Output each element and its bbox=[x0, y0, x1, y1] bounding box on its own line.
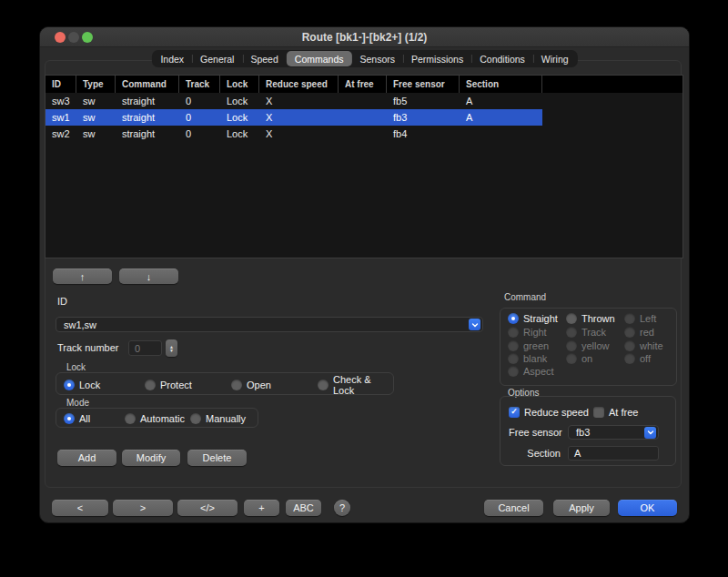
radio-automatic[interactable]: Automatic bbox=[125, 412, 185, 424]
radio-green: green bbox=[508, 339, 549, 351]
tab-sensors[interactable]: Sensors bbox=[352, 51, 404, 66]
minimize-window-button[interactable] bbox=[68, 32, 79, 43]
tab-permissions[interactable]: Permissions bbox=[403, 51, 471, 66]
table-cell: sw3 bbox=[46, 93, 76, 109]
radio-right: Right bbox=[508, 326, 547, 338]
stepper-down-icon: ▼ bbox=[169, 349, 174, 352]
table-cell: X bbox=[259, 93, 339, 109]
column-header-track[interactable]: Track bbox=[179, 76, 220, 93]
radio-manually[interactable]: Manually bbox=[190, 412, 246, 424]
chevron-down-icon[interactable] bbox=[469, 319, 480, 330]
table-cell: sw bbox=[76, 109, 116, 126]
table-cell: sw bbox=[76, 93, 116, 109]
radio-straight[interactable]: Straight bbox=[508, 312, 558, 324]
free-sensor-value: fb3 bbox=[569, 427, 644, 438]
radio-all[interactable]: All bbox=[64, 412, 90, 424]
track-number-stepper[interactable]: ▲▼ bbox=[166, 339, 177, 357]
radio-icon bbox=[231, 380, 242, 390]
radio-icon bbox=[318, 380, 329, 390]
table-row[interactable]: sw2 sw straight 0 Lock X fb4 bbox=[46, 126, 542, 142]
mode-group: All Automatic Manually bbox=[56, 408, 258, 428]
radio-thrown[interactable]: Thrown bbox=[566, 312, 615, 324]
prev-button[interactable]: < bbox=[52, 500, 108, 516]
tab-wiring[interactable]: Wiring bbox=[533, 51, 577, 66]
radio-lock[interactable]: Lock bbox=[64, 379, 100, 390]
reduce-speed-checkbox[interactable]: ✓Reduce speed bbox=[509, 406, 589, 418]
radio-yellow: yellow bbox=[566, 339, 610, 351]
delete-button[interactable]: Delete bbox=[187, 450, 247, 466]
radio-icon bbox=[566, 313, 577, 324]
modify-button[interactable]: Modify bbox=[122, 450, 180, 466]
table-cell: 0 bbox=[179, 93, 220, 109]
commands-table: ID Type Command Track Lock Reduce speed … bbox=[45, 75, 683, 258]
table-cell: sw2 bbox=[46, 126, 76, 142]
tab-commands[interactable]: Commands bbox=[287, 51, 352, 66]
free-sensor-combobox[interactable]: fb3 bbox=[568, 425, 659, 440]
id-combobox-value: sw1,sw bbox=[56, 319, 469, 330]
ok-button[interactable]: OK bbox=[618, 500, 677, 516]
abc-button[interactable]: ABC bbox=[286, 500, 321, 516]
chevron-down-icon[interactable] bbox=[644, 427, 656, 439]
column-header-free-sensor[interactable]: Free sensor bbox=[387, 76, 460, 93]
move-up-button[interactable]: ↑ bbox=[53, 268, 112, 284]
id-combobox[interactable]: sw1,sw bbox=[56, 317, 483, 332]
radio-icon bbox=[508, 366, 519, 377]
zoom-window-button[interactable] bbox=[82, 32, 93, 43]
table-cell: straight bbox=[116, 93, 179, 109]
column-header-reduce-speed[interactable]: Reduce speed bbox=[259, 76, 339, 93]
command-group-legend: Command bbox=[504, 292, 546, 302]
add-button[interactable]: Add bbox=[57, 450, 116, 466]
cancel-button[interactable]: Cancel bbox=[484, 500, 543, 516]
table-cell: A bbox=[460, 109, 542, 126]
table-cell: 0 bbox=[179, 126, 220, 142]
xml-code-button[interactable]: </> bbox=[177, 500, 238, 516]
section-field[interactable]: A bbox=[568, 446, 659, 461]
radio-icon bbox=[508, 313, 519, 324]
next-button[interactable]: > bbox=[113, 500, 173, 516]
checkbox-checked-icon: ✓ bbox=[509, 407, 520, 418]
move-down-button[interactable]: ↓ bbox=[119, 268, 178, 284]
at-free-checkbox[interactable]: At free bbox=[593, 406, 638, 418]
column-header-at-free[interactable]: At free bbox=[339, 76, 387, 93]
table-row[interactable]: sw3 sw straight 0 Lock X fb5 A bbox=[46, 93, 542, 109]
free-sensor-label: Free sensor bbox=[509, 427, 562, 438]
radio-off: off bbox=[624, 352, 651, 364]
tab-conditions[interactable]: Conditions bbox=[471, 51, 533, 66]
radio-icon bbox=[508, 340, 519, 351]
table-cell: X bbox=[259, 109, 339, 126]
tab-general[interactable]: General bbox=[192, 51, 242, 66]
radio-on: on bbox=[566, 352, 592, 364]
column-header-type[interactable]: Type bbox=[76, 76, 116, 93]
table-cell: straight bbox=[116, 126, 179, 142]
track-number-field[interactable]: 0 bbox=[128, 340, 162, 356]
tab-bar: Index General Speed Commands Sensors Per… bbox=[151, 50, 577, 67]
radio-icon bbox=[566, 327, 577, 338]
arrow-down-icon: ↓ bbox=[147, 271, 152, 282]
help-button[interactable]: ? bbox=[334, 500, 350, 516]
radio-check-and-lock[interactable]: Check & Lock bbox=[318, 379, 393, 390]
radio-blank: blank bbox=[508, 352, 547, 364]
radio-open[interactable]: Open bbox=[231, 379, 271, 390]
tab-index[interactable]: Index bbox=[152, 51, 192, 66]
checkbox-unchecked-icon bbox=[593, 407, 604, 418]
column-header-section[interactable]: Section bbox=[460, 76, 542, 93]
table-cell: sw1 bbox=[46, 109, 76, 126]
lock-group: Lock Protect Open Check & Lock bbox=[56, 372, 394, 395]
options-group: ✓Reduce speed At free Free sensor fb3 Se… bbox=[500, 396, 676, 466]
column-header-id[interactable]: ID bbox=[46, 76, 76, 93]
mode-group-legend: Mode bbox=[66, 398, 89, 408]
close-window-button[interactable] bbox=[55, 32, 66, 43]
apply-button[interactable]: Apply bbox=[553, 500, 610, 516]
radio-icon bbox=[624, 327, 635, 338]
column-header-command[interactable]: Command bbox=[116, 76, 179, 93]
table-row-selected[interactable]: sw1 sw straight 0 Lock X fb3 A bbox=[46, 109, 542, 126]
table-cell: Lock bbox=[220, 126, 259, 142]
command-group: Straight Thrown Left Right Track red gre… bbox=[500, 308, 677, 386]
column-header-lock[interactable]: Lock bbox=[220, 76, 259, 93]
plus-button[interactable]: + bbox=[244, 500, 279, 516]
tab-speed[interactable]: Speed bbox=[242, 51, 286, 66]
column-header-filler bbox=[542, 76, 682, 93]
table-cell: X bbox=[259, 126, 339, 142]
table-cell: 0 bbox=[179, 109, 220, 126]
radio-protect[interactable]: Protect bbox=[145, 379, 192, 390]
